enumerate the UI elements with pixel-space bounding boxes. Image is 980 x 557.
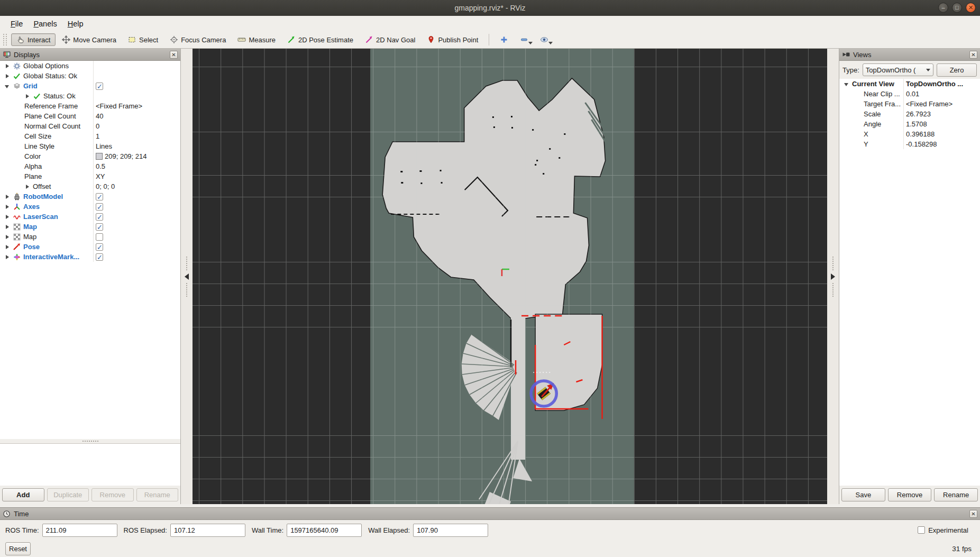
render-viewport-3d[interactable]: [193, 49, 827, 504]
tool-focus-camera[interactable]: Focus Camera: [164, 33, 231, 46]
experimental-toggle[interactable]: Experimental: [918, 526, 975, 534]
remove-button[interactable]: Remove: [888, 488, 932, 501]
panel-splitter[interactable]: [0, 439, 180, 443]
property-name[interactable]: Reference Frame: [24, 101, 78, 111]
property-name[interactable]: Normal Cell Count: [24, 121, 80, 131]
expander-right-icon[interactable]: [4, 214, 11, 220]
expander-right-icon[interactable]: [4, 224, 11, 230]
tool-2d-nav-goal[interactable]: 2D Nav Goal: [360, 33, 420, 46]
view-type-combobox[interactable]: TopDownOrtho (: [863, 63, 933, 76]
property-value[interactable]: 26.7923: [906, 109, 931, 119]
visibility-checkbox[interactable]: [96, 83, 103, 90]
property-name[interactable]: Pose: [23, 242, 40, 252]
property-name[interactable]: Offset: [33, 181, 51, 191]
expander-right-icon[interactable]: [4, 234, 11, 240]
wall-elapsed-input[interactable]: [413, 524, 488, 537]
property-name[interactable]: X: [864, 129, 868, 139]
property-value[interactable]: 0.01: [906, 89, 919, 99]
visibility-checkbox[interactable]: [96, 193, 103, 200]
expander-down-icon[interactable]: [844, 81, 850, 87]
tool-zoom-out-icon[interactable]: [515, 33, 534, 46]
visibility-checkbox[interactable]: [96, 223, 103, 231]
expander-right-icon[interactable]: [4, 73, 11, 79]
expander-right-icon[interactable]: [24, 184, 31, 190]
tool-interact[interactable]: Interact: [11, 33, 56, 46]
property-name[interactable]: Scale: [864, 109, 881, 119]
visibility-checkbox[interactable]: [96, 243, 103, 251]
rename-button[interactable]: Rename: [934, 488, 978, 501]
property-value[interactable]: -0.158298: [906, 139, 937, 149]
property-value[interactable]: 209; 209; 214: [105, 151, 147, 161]
tool-zoom-in-icon[interactable]: [494, 33, 514, 46]
color-swatch[interactable]: [96, 153, 103, 160]
expander-down-icon[interactable]: [4, 83, 11, 89]
property-name[interactable]: Color: [24, 151, 41, 161]
property-name[interactable]: RobotModel: [23, 191, 63, 202]
property-name[interactable]: Grid: [23, 81, 38, 91]
property-name[interactable]: Status: Ok: [43, 91, 76, 101]
expander-right-icon[interactable]: [4, 254, 11, 260]
property-value[interactable]: 0.5: [96, 161, 105, 171]
property-name[interactable]: InteractiveMark...: [23, 252, 79, 262]
visibility-checkbox[interactable]: [96, 203, 103, 211]
maximize-button[interactable]: □: [952, 3, 962, 13]
right-panel-collapse-handle[interactable]: [827, 49, 839, 504]
property-value[interactable]: 0: [96, 121, 99, 131]
property-name[interactable]: Global Options: [23, 61, 69, 71]
reset-button[interactable]: Reset: [5, 542, 31, 555]
visibility-checkbox[interactable]: [96, 233, 103, 241]
ros-time-input[interactable]: [42, 524, 117, 537]
property-value[interactable]: 40: [96, 111, 103, 121]
property-name[interactable]: Map: [23, 232, 36, 242]
save-button[interactable]: Save: [841, 488, 885, 501]
expander-right-icon[interactable]: [4, 244, 11, 250]
visibility-checkbox[interactable]: [96, 253, 103, 261]
tool-2d-pose-estimate[interactable]: 2D Pose Estimate: [282, 33, 359, 46]
expander-right-icon[interactable]: [4, 194, 11, 200]
expander-right-icon[interactable]: [24, 93, 31, 99]
close-button[interactable]: ✕: [966, 3, 976, 13]
property-value[interactable]: 1: [96, 131, 99, 141]
property-name[interactable]: Plane Cell Count: [24, 111, 76, 121]
property-value[interactable]: XY: [96, 171, 105, 181]
property-name[interactable]: Near Clip ...: [864, 89, 900, 99]
property-name[interactable]: Y: [864, 139, 868, 149]
property-value[interactable]: <Fixed Frame>: [906, 99, 952, 109]
minimize-button[interactable]: –: [938, 3, 948, 13]
tool-measure[interactable]: Measure: [232, 33, 281, 46]
menu-file[interactable]: File: [5, 18, 28, 30]
property-name[interactable]: Cell Size: [24, 131, 51, 141]
displays-close-icon[interactable]: ✕: [170, 51, 178, 59]
menu-panels[interactable]: Panels: [28, 18, 62, 30]
experimental-checkbox[interactable]: [918, 526, 925, 534]
toolbar-drag-handle[interactable]: [3, 34, 7, 45]
property-name[interactable]: Angle: [864, 119, 881, 129]
property-value[interactable]: <Fixed Frame>: [96, 101, 142, 111]
property-name[interactable]: Global Status: Ok: [23, 71, 77, 81]
tool-select[interactable]: Select: [123, 33, 163, 46]
property-value[interactable]: TopDownOrtho ...: [906, 79, 963, 89]
expander-right-icon[interactable]: [4, 63, 11, 69]
add-button[interactable]: Add: [2, 488, 44, 501]
menu-help[interactable]: Help: [62, 18, 89, 30]
property-name[interactable]: Current View: [852, 79, 894, 89]
property-name[interactable]: Target Fra...: [864, 99, 901, 109]
visibility-checkbox[interactable]: [96, 213, 103, 221]
wall-time-input[interactable]: [287, 524, 362, 537]
property-name[interactable]: Axes: [23, 202, 40, 212]
property-name[interactable]: Plane: [24, 171, 42, 181]
time-close-icon[interactable]: ✕: [969, 510, 977, 518]
property-value[interactable]: 0; 0; 0: [96, 181, 115, 191]
left-panel-collapse-handle[interactable]: [181, 49, 193, 504]
property-name[interactable]: Alpha: [24, 161, 42, 171]
property-name[interactable]: Line Style: [24, 141, 54, 151]
zero-button[interactable]: Zero: [937, 63, 977, 77]
ros-elapsed-input[interactable]: [170, 524, 245, 537]
tool-move-camera[interactable]: Move Camera: [57, 33, 122, 46]
views-close-icon[interactable]: ✕: [969, 51, 977, 59]
experimental-label[interactable]: Experimental: [928, 526, 968, 534]
expander-right-icon[interactable]: [4, 204, 11, 210]
tool-publish-point[interactable]: Publish Point: [422, 33, 483, 46]
property-name[interactable]: Map: [23, 222, 37, 232]
property-value[interactable]: 0.396188: [906, 129, 935, 139]
